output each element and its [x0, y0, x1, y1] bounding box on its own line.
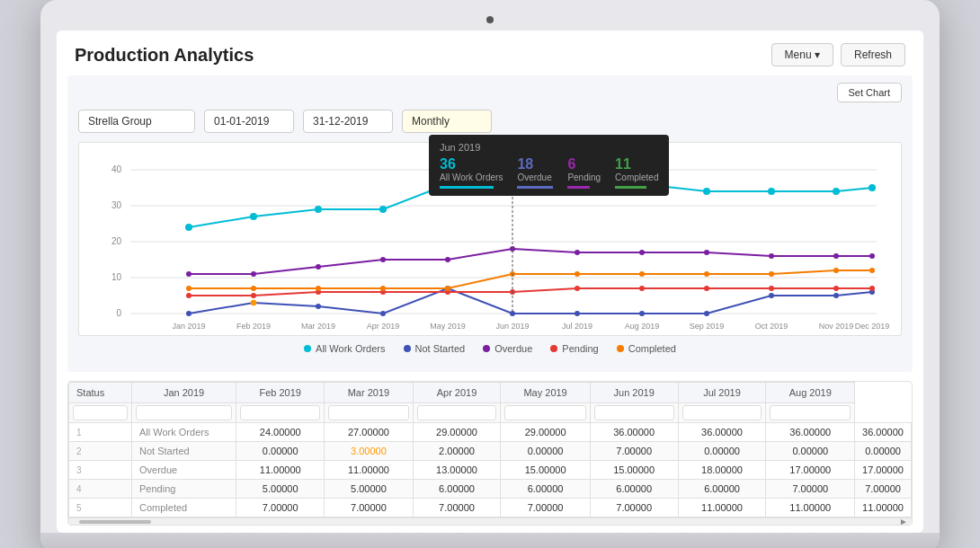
row-status: All Work Orders: [132, 423, 236, 442]
data-table-wrap: Status Jan 2019 Feb 2019 Mar 2019 Apr 20…: [67, 381, 913, 526]
row-num: 5: [69, 499, 132, 517]
svg-point-55: [769, 286, 774, 291]
row-value: 36.00000: [590, 423, 678, 442]
page-title: Production Analytics: [75, 45, 254, 66]
row-value: 27.00000: [325, 423, 413, 442]
svg-text:Jan 2019: Jan 2019: [172, 322, 205, 331]
svg-point-18: [703, 188, 710, 195]
col-jul: Jul 2019: [678, 383, 766, 403]
svg-point-24: [316, 304, 321, 309]
svg-point-34: [186, 271, 192, 277]
row-value: 7.00000: [413, 499, 501, 517]
scroll-right-arrow[interactable]: ►: [899, 517, 908, 526]
svg-point-38: [445, 257, 450, 262]
horizontal-scrollbar[interactable]: ►: [68, 517, 912, 525]
col-may: May 2019: [501, 383, 590, 403]
svg-text:Feb 2019: Feb 2019: [236, 322, 271, 331]
row-num: 3: [69, 461, 132, 480]
svg-point-19: [768, 188, 775, 195]
row-value: 7.00000: [236, 499, 325, 517]
svg-point-60: [316, 286, 321, 291]
camera: [486, 16, 494, 23]
filter-jul[interactable]: [682, 405, 762, 420]
row-value: 3.00000: [325, 442, 413, 461]
svg-point-61: [380, 286, 386, 291]
set-chart-button[interactable]: Set Chart: [837, 83, 902, 102]
col-status: Status: [69, 383, 132, 403]
start-date-filter[interactable]: [204, 110, 294, 133]
svg-text:Dec 2019: Dec 2019: [855, 322, 890, 331]
filter-may[interactable]: [504, 405, 585, 420]
svg-point-10: [185, 224, 192, 231]
filter-apr[interactable]: [417, 405, 497, 420]
svg-point-59: [251, 286, 256, 291]
legend-label-completed: Completed: [628, 343, 676, 354]
col-feb: Feb 2019: [236, 383, 325, 403]
col-aug: Aug 2019: [766, 383, 855, 403]
end-date-filter[interactable]: [303, 110, 393, 133]
col-mar: Mar 2019: [325, 383, 413, 403]
row-value: 6.00000: [590, 480, 678, 499]
filter-feb[interactable]: [240, 405, 320, 420]
svg-point-41: [639, 250, 645, 255]
row-status: Overdue: [132, 461, 236, 480]
filter-aug[interactable]: [770, 405, 851, 420]
legend-label-all-work-orders: All Work Orders: [316, 343, 385, 354]
tooltip-all-work-orders-label: All Work Orders: [440, 172, 503, 182]
filter-jun[interactable]: [594, 405, 674, 420]
row-value: 11.00000: [236, 461, 325, 480]
svg-point-67: [769, 271, 774, 277]
filter-row: [78, 110, 902, 133]
tooltip-pending-label: Pending: [567, 172, 601, 182]
svg-point-22: [186, 311, 192, 316]
svg-text:40: 40: [111, 164, 122, 174]
menu-button[interactable]: Menu ▾: [771, 43, 833, 66]
svg-point-64: [575, 271, 580, 277]
group-filter[interactable]: [78, 110, 195, 133]
svg-point-43: [769, 253, 774, 259]
legend-not-started: Not Started: [404, 343, 466, 354]
svg-text:Mar 2019: Mar 2019: [301, 322, 335, 331]
tooltip-completed-label: Completed: [615, 172, 658, 182]
filter-jan[interactable]: [136, 405, 232, 420]
row-status: Pending: [132, 480, 236, 499]
svg-point-58: [186, 286, 192, 291]
svg-text:30: 30: [111, 200, 122, 210]
table-row: 4Pending5.000005.000006.000006.000006.00…: [69, 480, 912, 499]
refresh-button[interactable]: Refresh: [841, 43, 905, 66]
row-value: 6.00000: [678, 480, 766, 499]
svg-point-40: [575, 250, 580, 255]
svg-point-32: [833, 293, 839, 298]
row-value: 11.00000: [766, 499, 855, 517]
app-header: Production Analytics Menu ▾ Refresh: [57, 31, 923, 75]
tooltip-content: 36 All Work Orders 18 Overdue 6 Pending: [440, 156, 658, 189]
row-value: 11.00000: [325, 461, 413, 480]
svg-point-30: [704, 311, 709, 316]
tooltip-completed-num: 11: [615, 156, 658, 172]
row-value: 36.00000: [678, 423, 766, 442]
svg-text:0: 0: [116, 308, 121, 318]
svg-text:May 2019: May 2019: [430, 322, 466, 331]
svg-point-62: [445, 286, 450, 291]
svg-point-35: [251, 271, 256, 277]
row-value: 0.00000: [766, 442, 855, 461]
data-table: Status Jan 2019 Feb 2019 Mar 2019 Apr 20…: [68, 382, 912, 517]
table-row: 2Not Started0.000003.000002.000000.00000…: [69, 442, 912, 461]
period-filter[interactable]: [402, 110, 492, 133]
filter-mar[interactable]: [328, 405, 408, 420]
svg-point-11: [250, 213, 257, 220]
svg-point-28: [575, 311, 580, 316]
svg-text:Jul 2019: Jul 2019: [562, 322, 592, 331]
svg-point-44: [833, 253, 839, 259]
svg-point-25: [380, 311, 386, 316]
row-num: 2: [69, 442, 132, 461]
svg-point-54: [704, 286, 709, 291]
table-row: 3Overdue11.0000011.0000013.0000015.00000…: [69, 461, 912, 480]
chart-toolbar: Set Chart: [78, 83, 902, 102]
row-value: 18.00000: [678, 461, 766, 480]
header-buttons: Menu ▾ Refresh: [771, 43, 905, 66]
filter-status[interactable]: [73, 405, 128, 420]
svg-point-23: [251, 300, 256, 305]
svg-point-12: [315, 206, 322, 213]
scrollbar-thumb[interactable]: [79, 520, 151, 524]
